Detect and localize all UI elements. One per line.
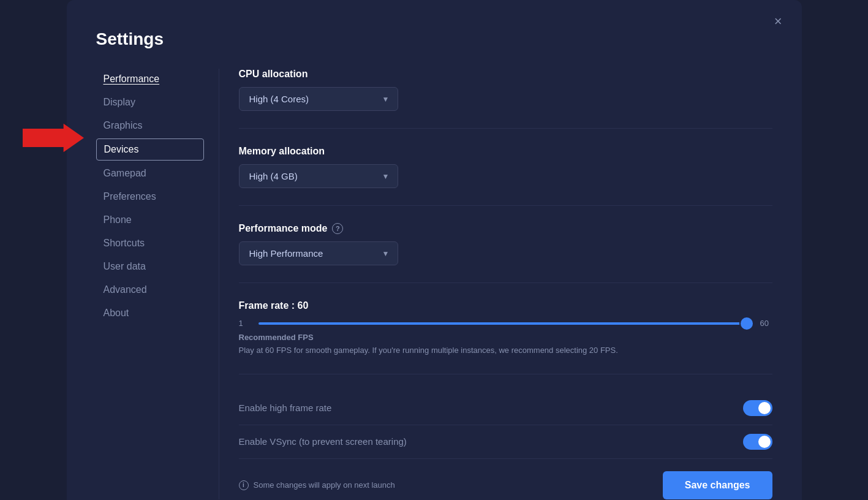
cpu-allocation-section: CPU allocation Low (1 Core) Medium (2 Co… (239, 69, 772, 129)
close-button[interactable]: × (774, 15, 782, 28)
vsync-label: Enable VSync (to prevent screen tearing) (239, 436, 407, 447)
sidebar-item-gamepad[interactable]: Gamepad (96, 163, 204, 184)
frame-rate-section: Frame rate : 60 1 60 Recommended FPS Pla… (239, 300, 772, 374)
sidebar-item-devices[interactable]: Devices (96, 138, 204, 161)
fps-recommended-title: Recommended FPS (239, 333, 772, 342)
toggle-thumb-2 (758, 436, 771, 448)
frame-rate-label: Frame rate : 60 (239, 300, 772, 311)
sidebar-item-preferences[interactable]: Preferences (96, 186, 204, 207)
high-frame-rate-label: Enable high frame rate (239, 403, 332, 413)
sidebar-item-advanced[interactable]: Advanced (96, 279, 204, 300)
frame-rate-slider[interactable] (259, 322, 753, 325)
sidebar-item-display[interactable]: Display (96, 92, 204, 113)
svg-marker-0 (23, 124, 84, 153)
arrow-indicator (23, 123, 84, 153)
main-content: CPU allocation Low (1 Core) Medium (2 Co… (219, 69, 772, 499)
slider-min-label: 1 (239, 319, 251, 328)
memory-allocation-section: Memory allocation Low (1 GB) Medium (2 G… (239, 146, 772, 206)
toggle-track (743, 400, 772, 416)
cpu-allocation-select[interactable]: Low (1 Core) Medium (2 Cores) High (4 Co… (239, 87, 398, 111)
performance-mode-label: Performance mode (239, 223, 328, 234)
memory-allocation-select[interactable]: Low (1 GB) Medium (2 GB) High (4 GB) Ver… (239, 164, 398, 188)
sidebar-item-userdata[interactable]: User data (96, 256, 204, 277)
vsync-toggle[interactable] (743, 434, 772, 450)
footer-note: i Some changes will apply on next launch (239, 480, 395, 490)
memory-allocation-select-wrapper: Low (1 GB) Medium (2 GB) High (4 GB) Ver… (239, 164, 398, 188)
performance-mode-label-row: Performance mode ? (239, 223, 772, 234)
performance-mode-select[interactable]: Balanced High Performance Power Saver (239, 241, 398, 265)
footer-info-icon: i (239, 480, 249, 490)
sidebar-item-phone[interactable]: Phone (96, 210, 204, 230)
cpu-allocation-select-wrapper: Low (1 Core) Medium (2 Cores) High (4 Co… (239, 87, 398, 111)
sidebar-item-performance[interactable]: Performance (96, 69, 204, 89)
footer: i Some changes will apply on next launch… (239, 458, 772, 499)
save-changes-button[interactable]: Save changes (663, 471, 772, 499)
sidebar: Performance Display Graphics Devices Gam… (96, 69, 219, 499)
cpu-allocation-label: CPU allocation (239, 69, 772, 80)
sidebar-item-shortcuts[interactable]: Shortcuts (96, 233, 204, 254)
modal-title: Settings (96, 29, 772, 49)
toggle-track-2 (743, 434, 772, 450)
footer-note-text: Some changes will apply on next launch (254, 480, 395, 490)
slider-max-label: 60 (760, 319, 772, 328)
vsync-row: Enable VSync (to prevent screen tearing) (239, 425, 772, 458)
fps-recommended-desc: Play at 60 FPS for smooth gameplay. If y… (239, 344, 631, 357)
slider-container: 1 60 (239, 319, 772, 328)
memory-allocation-label: Memory allocation (239, 146, 772, 157)
content-area: Performance Display Graphics Devices Gam… (96, 69, 772, 499)
settings-modal: × Settings Performance Display Graphics … (67, 0, 802, 500)
fps-info: Recommended FPS Play at 60 FPS for smoot… (239, 333, 772, 357)
sidebar-item-graphics[interactable]: Graphics (96, 115, 204, 136)
performance-mode-help-icon[interactable]: ? (332, 223, 343, 234)
sidebar-item-about[interactable]: About (96, 303, 204, 324)
performance-mode-select-wrapper: Balanced High Performance Power Saver ▼ (239, 241, 398, 265)
toggles-section: Enable high frame rate Enable VSync (to … (239, 392, 772, 458)
high-frame-rate-row: Enable high frame rate (239, 392, 772, 425)
high-frame-rate-toggle[interactable] (743, 400, 772, 416)
toggle-thumb (758, 402, 771, 414)
performance-mode-section: Performance mode ? Balanced High Perform… (239, 223, 772, 283)
